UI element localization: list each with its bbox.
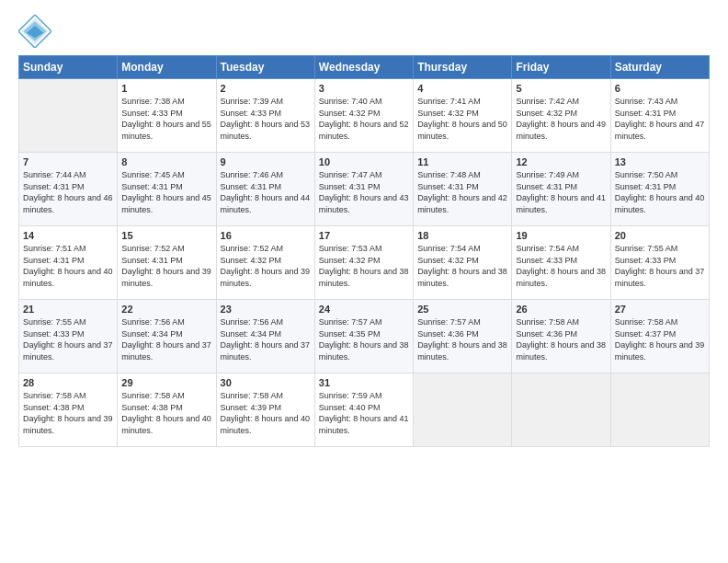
- day-number: 9: [221, 156, 311, 167]
- weekday-header-monday: Monday: [118, 56, 216, 79]
- day-number: 18: [417, 230, 507, 241]
- weekday-header-tuesday: Tuesday: [216, 56, 314, 79]
- day-cell: 5Sunrise: 7:42 AMSunset: 4:32 PMDaylight…: [512, 79, 610, 153]
- day-info: Sunrise: 7:38 AMSunset: 4:33 PMDaylight:…: [121, 96, 211, 142]
- day-cell: [414, 373, 512, 447]
- day-number: 8: [121, 156, 211, 167]
- weekday-header-sunday: Sunday: [19, 56, 118, 79]
- day-info: Sunrise: 7:54 AMSunset: 4:32 PMDaylight:…: [417, 243, 507, 289]
- page: SundayMondayTuesdayWednesdayThursdayFrid…: [0, 0, 728, 563]
- day-info: Sunrise: 7:51 AMSunset: 4:31 PMDaylight:…: [23, 243, 113, 289]
- day-cell: 24Sunrise: 7:57 AMSunset: 4:35 PMDayligh…: [314, 300, 413, 373]
- day-info: Sunrise: 7:57 AMSunset: 4:35 PMDaylight:…: [319, 316, 409, 362]
- week-row-1: 1Sunrise: 7:38 AMSunset: 4:33 PMDaylight…: [19, 79, 710, 153]
- day-info: Sunrise: 7:44 AMSunset: 4:31 PMDaylight:…: [23, 169, 113, 215]
- logo-icon: [18, 15, 51, 48]
- day-info: Sunrise: 7:49 AMSunset: 4:31 PMDaylight:…: [516, 169, 606, 215]
- day-number: 25: [417, 304, 507, 315]
- day-info: Sunrise: 7:53 AMSunset: 4:32 PMDaylight:…: [319, 243, 409, 289]
- day-info: Sunrise: 7:50 AMSunset: 4:31 PMDaylight:…: [615, 169, 705, 215]
- day-number: 24: [319, 304, 409, 315]
- day-info: Sunrise: 7:55 AMSunset: 4:33 PMDaylight:…: [615, 243, 705, 289]
- day-info: Sunrise: 7:48 AMSunset: 4:31 PMDaylight:…: [417, 169, 507, 215]
- weekday-header-friday: Friday: [512, 56, 610, 79]
- day-number: 17: [319, 230, 409, 241]
- day-info: Sunrise: 7:56 AMSunset: 4:34 PMDaylight:…: [221, 316, 311, 362]
- day-info: Sunrise: 7:41 AMSunset: 4:32 PMDaylight:…: [417, 96, 507, 142]
- day-number: 20: [615, 230, 705, 241]
- day-cell: 17Sunrise: 7:53 AMSunset: 4:32 PMDayligh…: [314, 226, 413, 300]
- day-number: 7: [23, 156, 113, 167]
- day-info: Sunrise: 7:46 AMSunset: 4:31 PMDaylight:…: [221, 169, 311, 215]
- day-cell: 21Sunrise: 7:55 AMSunset: 4:33 PMDayligh…: [19, 300, 118, 373]
- day-number: 13: [615, 156, 705, 167]
- day-cell: 31Sunrise: 7:59 AMSunset: 4:40 PMDayligh…: [314, 373, 413, 447]
- day-number: 26: [516, 304, 606, 315]
- day-cell: 29Sunrise: 7:58 AMSunset: 4:38 PMDayligh…: [118, 373, 216, 447]
- day-number: 6: [615, 83, 705, 94]
- day-cell: 1Sunrise: 7:38 AMSunset: 4:33 PMDaylight…: [118, 79, 216, 153]
- day-cell: 28Sunrise: 7:58 AMSunset: 4:38 PMDayligh…: [19, 373, 118, 447]
- day-number: 4: [417, 83, 507, 94]
- weekday-header-wednesday: Wednesday: [314, 56, 413, 79]
- week-row-3: 14Sunrise: 7:51 AMSunset: 4:31 PMDayligh…: [19, 226, 710, 300]
- day-cell: 4Sunrise: 7:41 AMSunset: 4:32 PMDaylight…: [414, 79, 512, 153]
- day-cell: 22Sunrise: 7:56 AMSunset: 4:34 PMDayligh…: [118, 300, 216, 373]
- week-row-5: 28Sunrise: 7:58 AMSunset: 4:38 PMDayligh…: [19, 373, 710, 447]
- day-number: 10: [319, 156, 409, 167]
- day-info: Sunrise: 7:52 AMSunset: 4:31 PMDaylight:…: [121, 243, 211, 289]
- day-info: Sunrise: 7:55 AMSunset: 4:33 PMDaylight:…: [23, 316, 113, 362]
- day-cell: 6Sunrise: 7:43 AMSunset: 4:31 PMDaylight…: [610, 79, 709, 153]
- day-info: Sunrise: 7:58 AMSunset: 4:38 PMDaylight:…: [121, 390, 211, 436]
- day-cell: [19, 79, 118, 153]
- day-number: 29: [121, 377, 211, 388]
- weekday-header-saturday: Saturday: [610, 56, 709, 79]
- day-number: 14: [23, 230, 113, 241]
- day-cell: 8Sunrise: 7:45 AMSunset: 4:31 PMDaylight…: [118, 153, 216, 226]
- logo: [18, 15, 55, 48]
- weekday-header-thursday: Thursday: [414, 56, 512, 79]
- day-cell: 20Sunrise: 7:55 AMSunset: 4:33 PMDayligh…: [610, 226, 709, 300]
- day-number: 19: [516, 230, 606, 241]
- day-cell: 15Sunrise: 7:52 AMSunset: 4:31 PMDayligh…: [118, 226, 216, 300]
- day-cell: 30Sunrise: 7:58 AMSunset: 4:39 PMDayligh…: [216, 373, 314, 447]
- day-cell: 14Sunrise: 7:51 AMSunset: 4:31 PMDayligh…: [19, 226, 118, 300]
- day-info: Sunrise: 7:42 AMSunset: 4:32 PMDaylight:…: [516, 96, 606, 142]
- day-info: Sunrise: 7:43 AMSunset: 4:31 PMDaylight:…: [615, 96, 705, 142]
- day-cell: 16Sunrise: 7:52 AMSunset: 4:32 PMDayligh…: [216, 226, 314, 300]
- day-info: Sunrise: 7:47 AMSunset: 4:31 PMDaylight:…: [319, 169, 409, 215]
- day-cell: 12Sunrise: 7:49 AMSunset: 4:31 PMDayligh…: [512, 153, 610, 226]
- day-number: 31: [319, 377, 409, 388]
- day-number: 5: [516, 83, 606, 94]
- day-number: 15: [121, 230, 211, 241]
- weekday-header-row: SundayMondayTuesdayWednesdayThursdayFrid…: [19, 56, 710, 79]
- day-number: 21: [23, 304, 113, 315]
- day-number: 30: [221, 377, 311, 388]
- day-number: 2: [221, 83, 311, 94]
- day-cell: [610, 373, 709, 447]
- day-info: Sunrise: 7:54 AMSunset: 4:33 PMDaylight:…: [516, 243, 606, 289]
- day-info: Sunrise: 7:57 AMSunset: 4:36 PMDaylight:…: [417, 316, 507, 362]
- day-info: Sunrise: 7:40 AMSunset: 4:32 PMDaylight:…: [319, 96, 409, 142]
- day-info: Sunrise: 7:52 AMSunset: 4:32 PMDaylight:…: [221, 243, 311, 289]
- day-cell: 26Sunrise: 7:58 AMSunset: 4:36 PMDayligh…: [512, 300, 610, 373]
- day-cell: 3Sunrise: 7:40 AMSunset: 4:32 PMDaylight…: [314, 79, 413, 153]
- week-row-2: 7Sunrise: 7:44 AMSunset: 4:31 PMDaylight…: [19, 153, 710, 226]
- week-row-4: 21Sunrise: 7:55 AMSunset: 4:33 PMDayligh…: [19, 300, 710, 373]
- day-cell: 27Sunrise: 7:58 AMSunset: 4:37 PMDayligh…: [610, 300, 709, 373]
- day-number: 1: [121, 83, 211, 94]
- day-cell: 18Sunrise: 7:54 AMSunset: 4:32 PMDayligh…: [414, 226, 512, 300]
- day-cell: 10Sunrise: 7:47 AMSunset: 4:31 PMDayligh…: [314, 153, 413, 226]
- day-info: Sunrise: 7:58 AMSunset: 4:37 PMDaylight:…: [615, 316, 705, 362]
- day-number: 11: [417, 156, 507, 167]
- day-number: 27: [615, 304, 705, 315]
- day-cell: 19Sunrise: 7:54 AMSunset: 4:33 PMDayligh…: [512, 226, 610, 300]
- day-cell: 23Sunrise: 7:56 AMSunset: 4:34 PMDayligh…: [216, 300, 314, 373]
- day-cell: 13Sunrise: 7:50 AMSunset: 4:31 PMDayligh…: [610, 153, 709, 226]
- day-cell: [512, 373, 610, 447]
- day-cell: 7Sunrise: 7:44 AMSunset: 4:31 PMDaylight…: [19, 153, 118, 226]
- day-info: Sunrise: 7:59 AMSunset: 4:40 PMDaylight:…: [319, 390, 409, 436]
- day-info: Sunrise: 7:39 AMSunset: 4:33 PMDaylight:…: [221, 96, 311, 142]
- day-info: Sunrise: 7:58 AMSunset: 4:39 PMDaylight:…: [221, 390, 311, 436]
- day-cell: 11Sunrise: 7:48 AMSunset: 4:31 PMDayligh…: [414, 153, 512, 226]
